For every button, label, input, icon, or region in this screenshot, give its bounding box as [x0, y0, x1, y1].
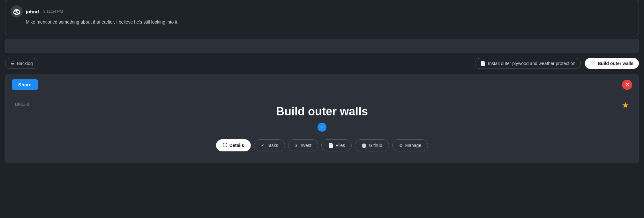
tab-files-label: Files: [336, 143, 345, 148]
tab-github[interactable]: ⬤ Github: [355, 139, 389, 151]
issue-title: Build outer walls: [276, 105, 368, 118]
chat-section: 🐼 johnd 9:11:54 PM Mike mentioned someth…: [5, 0, 639, 35]
manage-icon: ⚙: [399, 143, 403, 148]
tab-manage-label: Manage: [405, 143, 422, 148]
close-button[interactable]: ✕: [622, 80, 632, 90]
tab-tasks-label: Tasks: [267, 143, 278, 148]
message-text: Mike mentioned something about that earl…: [26, 19, 633, 25]
github-icon: ⬤: [362, 143, 367, 148]
timestamp: 9:11:54 PM: [43, 9, 63, 14]
tab2-icon: 📄: [590, 61, 595, 66]
backlog-button[interactable]: ☰ Backlog: [5, 58, 38, 69]
tab1-icon: 📄: [480, 61, 486, 66]
tab-row: ⓘ Details ✓ Tasks $ Invest 📄 Files ⬤ Git…: [216, 139, 428, 151]
avatar: 🐼: [11, 5, 23, 18]
nav-row: ☰ Backlog 📄 Install outer plywood and we…: [5, 57, 639, 70]
chat-header: 🐼 johnd 9:11:54 PM: [11, 5, 633, 18]
details-icon: ⓘ: [223, 142, 227, 148]
chat-message: 🐼 johnd 9:11:54 PM Mike mentioned someth…: [11, 5, 633, 25]
tab1-label: Install outer plywood and weather protec…: [488, 61, 575, 66]
tab-install-plywood[interactable]: 📄 Install outer plywood and weather prot…: [475, 58, 581, 69]
tab-build-outer-walls[interactable]: 📄 Build outer walls: [585, 58, 639, 69]
message-input[interactable]: [5, 39, 639, 53]
tab-files[interactable]: 📄 Files: [321, 139, 352, 151]
share-button[interactable]: Share: [12, 79, 38, 90]
tab-invest[interactable]: $ Invest: [288, 139, 318, 151]
tab-details-label: Details: [229, 143, 244, 148]
star-button[interactable]: ★: [622, 100, 629, 110]
tasks-icon: ✓: [261, 143, 265, 148]
add-button[interactable]: +: [318, 123, 326, 132]
tab-tasks[interactable]: ✓ Tasks: [254, 139, 285, 151]
files-icon: 📄: [328, 143, 333, 148]
username: johnd: [26, 9, 39, 14]
input-area: [5, 39, 639, 53]
issue-id: BIKE-8: [15, 102, 29, 107]
panel-content: BIKE-8 ★ Build outer walls + ⓘ Details ✓…: [5, 95, 639, 158]
tab-details[interactable]: ⓘ Details: [216, 139, 251, 151]
backlog-icon: ☰: [11, 61, 15, 66]
tab-invest-label: Invest: [299, 143, 311, 148]
tab-manage[interactable]: ⚙ Manage: [392, 139, 428, 151]
backlog-label: Backlog: [17, 61, 33, 66]
invest-icon: $: [295, 143, 297, 148]
panel-top: Share ✕: [5, 74, 639, 95]
tab-github-label: Github: [369, 143, 382, 148]
tab2-label: Build outer walls: [598, 61, 633, 66]
main-panel: Share ✕ BIKE-8 ★ Build outer walls + ⓘ D…: [5, 74, 639, 163]
